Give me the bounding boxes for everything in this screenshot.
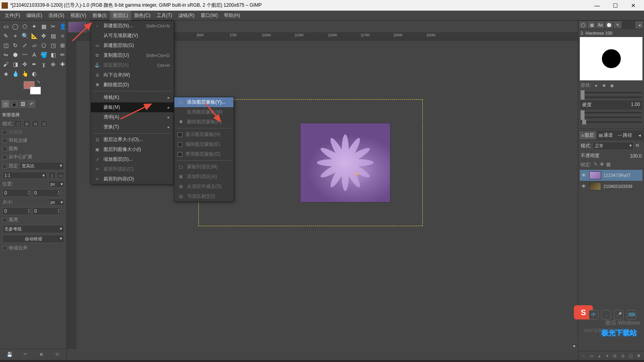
size-w[interactable]: 0▴▾ bbox=[2, 207, 31, 215]
opacity-value[interactable]: 100.0 bbox=[630, 153, 642, 159]
tool-measure[interactable]: 📐 bbox=[30, 32, 39, 40]
ime-punct-icon[interactable]: ， bbox=[601, 310, 611, 319]
tool-ellipse-select[interactable]: ◯ bbox=[11, 22, 20, 31]
lock-alpha-icon[interactable]: ▦ bbox=[606, 162, 611, 168]
tool-smudge[interactable]: 👆 bbox=[20, 69, 29, 78]
tool-paths[interactable]: ✎ bbox=[2, 32, 10, 40]
tool-foreground[interactable]: 👤 bbox=[58, 22, 67, 31]
tool-handle[interactable]: ⊞ bbox=[58, 41, 67, 50]
layer-item-1[interactable]: 👁 1223473Ry0T bbox=[580, 170, 642, 181]
options-tab-tool[interactable]: ◫ bbox=[2, 100, 9, 108]
tool-perspective[interactable]: ⬠ bbox=[39, 41, 48, 50]
visibility-icon[interactable]: 👁 bbox=[581, 172, 587, 178]
delete-options-icon[interactable]: ✖ bbox=[38, 351, 44, 358]
tool-clone[interactable]: ⊕ bbox=[49, 60, 57, 69]
layer-item-2[interactable]: 👁 210402103339 bbox=[580, 181, 642, 192]
delete-layer-icon[interactable]: ✖ bbox=[636, 353, 641, 358]
menu-mask[interactable]: 蒙板(M)▸ bbox=[91, 102, 174, 112]
tool-3d[interactable]: ◳ bbox=[49, 41, 57, 50]
layer-name[interactable]: 210402103339 bbox=[603, 184, 642, 189]
brush-preview[interactable] bbox=[580, 37, 642, 80]
minimize-button[interactable]: — bbox=[588, 0, 606, 11]
shape-diamond[interactable]: ◆ bbox=[609, 82, 615, 89]
menu-transform[interactable]: 变换(T)▸ bbox=[91, 122, 174, 132]
fixed-check[interactable] bbox=[2, 164, 7, 169]
maximize-button[interactable]: ☐ bbox=[606, 0, 624, 11]
spikes-slider[interactable] bbox=[578, 95, 644, 100]
menu-merge-down[interactable]: ⇊向下合并(W) bbox=[91, 70, 174, 80]
rp-tab-menu[interactable]: ◂ bbox=[635, 21, 643, 28]
swap-colors-icon[interactable]: ⤡ bbox=[37, 80, 40, 84]
tool-airbrush[interactable]: ✜ bbox=[20, 60, 29, 69]
size-h[interactable]: 0▴▾ bbox=[32, 207, 61, 215]
tool-rotate[interactable]: ↻ bbox=[11, 41, 20, 50]
fixed-select[interactable]: 宽高比 bbox=[20, 162, 64, 170]
menu-colors[interactable]: 颜色(C) bbox=[131, 11, 154, 20]
tool-scissors[interactable]: ✂ bbox=[49, 22, 57, 31]
menu-delete[interactable]: ✖删除图层(D) bbox=[91, 80, 174, 90]
tool-paintbrush[interactable]: 🖌 bbox=[2, 60, 10, 69]
raise-layer-icon[interactable]: ▴ bbox=[597, 353, 602, 358]
tool-fuzzy-select[interactable]: ✦ bbox=[30, 22, 39, 31]
duplicate-layer-icon[interactable]: ⧉ bbox=[612, 353, 618, 358]
expand-check[interactable] bbox=[2, 155, 7, 160]
tool-blur[interactable]: 💧 bbox=[11, 69, 20, 78]
tool-text[interactable]: A bbox=[30, 50, 39, 59]
menu-new-layer[interactable]: ▫新建图层(N)...Shift+Ctrl+N bbox=[91, 21, 174, 31]
tool-dodge[interactable]: ◐ bbox=[30, 69, 39, 78]
size-unit[interactable]: px bbox=[48, 199, 64, 206]
menu-to-image[interactable]: ▣图层到图像大小(I) bbox=[91, 145, 174, 154]
rp-tab-patterns[interactable]: ▦ bbox=[588, 21, 596, 28]
autoshrink-button[interactable]: 自动收缩 bbox=[2, 235, 64, 243]
mode-add[interactable]: ⊞ bbox=[23, 120, 30, 127]
ime-mic-icon[interactable]: 🎤 bbox=[614, 310, 624, 319]
rp-tab-fonts[interactable]: Aa bbox=[596, 21, 604, 28]
menu-edit[interactable]: 编辑(E) bbox=[23, 11, 45, 20]
layer-mode-select[interactable]: 正常 bbox=[593, 142, 634, 150]
rp-tab-history[interactable]: 🕐 bbox=[605, 21, 613, 28]
shape-circle[interactable]: ● bbox=[593, 82, 599, 89]
tool-perspective-clone[interactable]: ◈ bbox=[2, 69, 10, 78]
tool-move[interactable]: ✥ bbox=[39, 32, 48, 40]
orient-landscape[interactable]: ▭ bbox=[57, 172, 64, 179]
rp-tab-editor[interactable]: ✎ bbox=[614, 21, 622, 28]
ruler-corner[interactable] bbox=[67, 32, 76, 41]
tool-flip[interactable]: ⇋ bbox=[2, 50, 10, 59]
orient-portrait[interactable]: ▯ bbox=[48, 172, 56, 179]
tool-warp[interactable]: 〰 bbox=[20, 50, 29, 59]
reset-options-icon[interactable]: ⟲ bbox=[54, 351, 60, 358]
new-group-icon[interactable]: ▭ bbox=[589, 353, 594, 358]
feather-check[interactable] bbox=[2, 138, 7, 143]
menu-stack[interactable]: 堆栈(K)▸ bbox=[91, 93, 174, 102]
tool-ink[interactable]: ✒ bbox=[30, 60, 39, 69]
layer-name[interactable]: 1223473Ry0T bbox=[603, 173, 642, 178]
dock-tab-menu[interactable]: ◂ bbox=[636, 131, 643, 139]
tool-eraser[interactable]: ◨ bbox=[11, 60, 20, 69]
tool-unified-transform[interactable]: ◫ bbox=[2, 41, 10, 50]
tool-heal[interactable]: ✚ bbox=[58, 60, 67, 69]
new-layer-icon[interactable]: ▫ bbox=[581, 353, 587, 358]
mode-intersect[interactable]: ⊡ bbox=[41, 120, 48, 127]
rp-tab-brushes[interactable]: ◯ bbox=[579, 21, 587, 28]
mode-replace[interactable]: ▢ bbox=[15, 120, 22, 127]
aspect-slider[interactable] bbox=[578, 110, 644, 115]
ratio-input[interactable]: 1:1 bbox=[2, 172, 47, 179]
tool-rect-select[interactable]: ▭ bbox=[2, 22, 10, 31]
position-unit[interactable]: px bbox=[48, 180, 64, 187]
spacing-slider[interactable] bbox=[578, 120, 644, 124]
menu-new-from-visible[interactable]: 从可见项新建(V) bbox=[91, 31, 174, 41]
menu-file[interactable]: 文件(F) bbox=[2, 11, 23, 20]
menu-scale[interactable]: ⤢缩放图层(S)... bbox=[91, 154, 174, 164]
dock-tab-paths[interactable]: 〰路径 bbox=[615, 131, 635, 139]
options-tab-image[interactable]: 🖼 bbox=[19, 100, 27, 108]
menu-crop-content[interactable]: ⌗裁剪到内容(O) bbox=[91, 174, 174, 184]
background-color[interactable] bbox=[30, 87, 41, 95]
menu-duplicate[interactable]: ⧉复制图层(U)Shift+Ctrl+D bbox=[91, 50, 174, 60]
save-options-icon[interactable]: 💾 bbox=[6, 351, 13, 358]
tool-zoom[interactable]: 🔍 bbox=[20, 32, 29, 40]
restore-options-icon[interactable]: ↶ bbox=[22, 351, 28, 358]
menu-tools[interactable]: 工具(T) bbox=[154, 11, 175, 20]
close-button[interactable]: ✕ bbox=[624, 0, 642, 11]
merge-layer-icon[interactable]: ⇊ bbox=[620, 353, 625, 358]
tool-free-select[interactable]: ⬡ bbox=[20, 22, 29, 31]
